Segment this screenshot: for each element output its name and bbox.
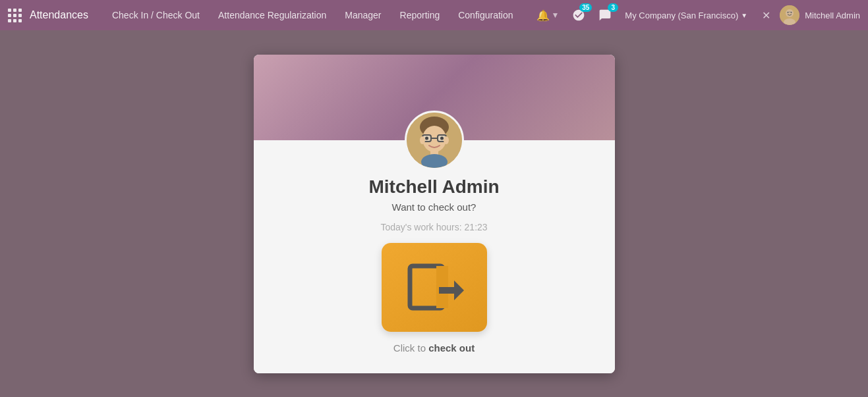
svg-point-12 xyxy=(425,136,428,140)
checkout-label-bold: check out xyxy=(428,342,475,354)
navbar-menu: Check In / Check Out Attendance Regulari… xyxy=(104,6,534,24)
svg-point-14 xyxy=(420,136,425,144)
apps-grid-icon[interactable] xyxy=(8,9,22,22)
card-header xyxy=(254,55,615,140)
nav-reporting[interactable]: Reporting xyxy=(392,6,448,24)
company-name: My Company (San Francisco) xyxy=(625,11,738,20)
chat-badge: 3 xyxy=(608,3,618,12)
top-navbar: Attendances Check In / Check Out Attenda… xyxy=(0,0,868,30)
avatar-container xyxy=(405,111,464,170)
nav-configuration[interactable]: Configuration xyxy=(450,6,521,24)
user-name-nav[interactable]: Mitchell Admin xyxy=(805,11,860,20)
notification-bell-btn[interactable]: 🔔 ▼ xyxy=(534,7,562,24)
checkout-label-prefix: Click to xyxy=(393,342,428,354)
activity-badge: 35 xyxy=(579,3,592,12)
checkout-label: Click to check out xyxy=(274,342,595,354)
company-dropdown-icon: ▼ xyxy=(741,12,747,19)
app-brand: Attendances xyxy=(30,9,88,21)
attendance-card: Mitchell Admin Want to check out? Today'… xyxy=(254,55,615,373)
navbar-right: 🔔 ▼ 35 3 My Company (San Francisco) ▼ ✕ xyxy=(534,5,860,25)
checkout-button[interactable] xyxy=(382,243,487,332)
main-content: Mitchell Admin Want to check out? Today'… xyxy=(0,30,868,397)
chat-btn[interactable]: 3 xyxy=(596,6,614,24)
nav-check-in-out[interactable]: Check In / Check Out xyxy=(104,6,208,24)
user-avatar xyxy=(405,111,464,170)
nav-manager[interactable]: Manager xyxy=(337,6,389,24)
activity-btn[interactable]: 35 xyxy=(569,6,588,24)
company-selector[interactable]: My Company (San Francisco) ▼ xyxy=(620,8,753,23)
user-avatar-nav[interactable] xyxy=(780,5,799,25)
svg-point-13 xyxy=(440,136,444,140)
close-btn[interactable]: ✕ xyxy=(758,7,774,24)
user-display-name: Mitchell Admin xyxy=(274,176,595,198)
work-hours-display: Today's work hours: 21:23 xyxy=(274,222,595,232)
checkout-question: Want to check out? xyxy=(274,201,595,213)
svg-point-15 xyxy=(444,136,449,144)
grid-dots-icon xyxy=(8,9,22,22)
card-body: Mitchell Admin Want to check out? Today'… xyxy=(254,140,615,373)
nav-attendance-reg[interactable]: Attendance Regularization xyxy=(210,6,334,24)
svg-rect-5 xyxy=(787,12,792,13)
svg-point-1 xyxy=(786,9,794,17)
